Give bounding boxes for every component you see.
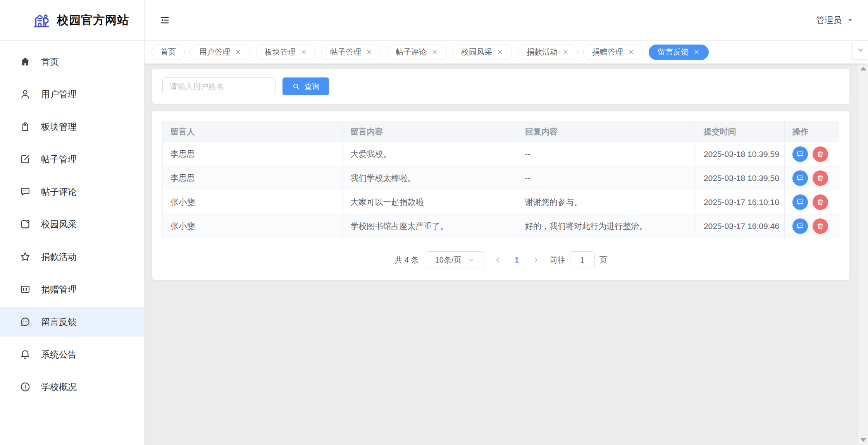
chevron-down-icon	[856, 46, 865, 54]
reply-icon	[796, 222, 804, 230]
pagination: 共 4 条 10条/页 1 前往 页	[162, 251, 839, 268]
sidebar-item-label: 校园风采	[41, 218, 77, 230]
delete-icon	[816, 198, 825, 206]
cell-reply: --	[517, 142, 696, 166]
close-icon[interactable]	[562, 49, 569, 55]
cell-content: 我们学校太棒啦。	[343, 166, 517, 190]
goto-page-input[interactable]	[570, 251, 595, 268]
page-size-select[interactable]: 10条/页	[426, 251, 484, 268]
sidebar-item-users[interactable]: 用户管理	[0, 79, 144, 109]
sidebar-item-gifts[interactable]: 捐赠管理	[0, 275, 144, 304]
close-icon[interactable]	[628, 49, 634, 55]
tab-label: 首页	[160, 47, 176, 57]
sidebar-item-home[interactable]: 首页	[0, 47, 144, 76]
close-icon[interactable]	[366, 49, 372, 55]
cell-time: 2025-03-18 10:39:59	[696, 142, 784, 166]
school-building-icon	[32, 10, 51, 30]
sidebar-item-donations[interactable]: 捐款活动	[0, 242, 144, 271]
scroll-down-icon[interactable]	[860, 438, 866, 442]
home-icon	[19, 56, 31, 67]
reply-icon	[796, 174, 804, 182]
caret-down-icon	[846, 16, 854, 24]
feedback-table: 留言人留言内容回复内容提交时间操作 李思思大爱我校。--2025-03-18 1…	[162, 121, 839, 238]
tag-icon	[19, 121, 31, 132]
tab-首页[interactable]: 首页	[152, 45, 185, 60]
pager-nav: 1	[494, 256, 540, 265]
search-panel: 查询	[152, 69, 849, 104]
picture-share-icon	[19, 218, 31, 230]
delete-button[interactable]	[813, 170, 828, 186]
fold-menu-icon[interactable]	[159, 15, 170, 26]
current-page[interactable]: 1	[512, 256, 522, 265]
close-icon[interactable]	[497, 49, 503, 55]
sidebar-item-notices[interactable]: 系统公告	[0, 340, 144, 369]
feedback-table-panel: 留言人留言内容回复内容提交时间操作 李思思大爱我校。--2025-03-18 1…	[152, 111, 849, 280]
sidebar-item-label: 捐赠管理	[41, 283, 77, 296]
cell-content: 大爱我校。	[343, 142, 517, 166]
info-circle-icon	[19, 381, 31, 393]
chevron-down-icon	[468, 256, 475, 263]
column-header: 留言内容	[343, 121, 517, 142]
sidebar-item-feedback[interactable]: 留言反馈	[0, 307, 144, 337]
close-icon[interactable]	[235, 49, 241, 55]
reply-button[interactable]	[792, 146, 808, 162]
delete-button[interactable]	[813, 194, 828, 210]
sidebar-item-comments[interactable]: 帖子评论	[0, 177, 144, 206]
reply-button[interactable]	[792, 218, 808, 234]
close-icon[interactable]	[300, 49, 307, 55]
delete-button[interactable]	[813, 218, 828, 234]
tab-label: 板块管理	[265, 47, 296, 57]
close-icon[interactable]	[431, 49, 438, 55]
user-dropdown[interactable]: 管理员	[816, 14, 854, 26]
tab-label: 用户管理	[199, 47, 230, 57]
tab-bar: 首页用户管理板块管理帖子管理帖子评论校园风采捐款活动捐赠管理留言反馈	[145, 41, 868, 64]
delete-icon	[816, 222, 825, 230]
reply-icon	[796, 198, 804, 206]
tab-捐赠管理[interactable]: 捐赠管理	[583, 45, 643, 60]
next-page-icon[interactable]	[532, 256, 540, 264]
sidebar: 校园官方网站 首页用户管理板块管理帖子管理帖子评论校园风采捐款活动捐赠管理留言反…	[0, 0, 145, 445]
sidebar-item-label: 帖子管理	[41, 153, 77, 165]
delete-button[interactable]	[813, 146, 828, 162]
tab-帖子管理[interactable]: 帖子管理	[321, 45, 381, 60]
app-logo: 校园官方网站	[0, 0, 144, 41]
sidebar-item-label: 留言反馈	[41, 316, 77, 328]
reply-button[interactable]	[792, 194, 808, 210]
search-icon	[292, 82, 300, 91]
tab-label: 留言反馈	[658, 47, 689, 57]
page-scrollbar[interactable]	[858, 64, 868, 445]
cell-actions	[784, 166, 839, 190]
tab-留言反馈[interactable]: 留言反馈	[649, 45, 709, 60]
tab-帖子评论[interactable]: 帖子评论	[387, 45, 447, 60]
cell-name: 李思思	[163, 166, 343, 190]
sidebar-item-boards[interactable]: 板块管理	[0, 112, 144, 141]
search-input[interactable]	[162, 77, 276, 95]
close-icon[interactable]	[693, 49, 700, 55]
prev-page-icon[interactable]	[494, 256, 502, 264]
sidebar-item-gallery[interactable]: 校园风采	[0, 210, 144, 239]
scroll-up-icon[interactable]	[860, 67, 866, 70]
tab-板块管理[interactable]: 板块管理	[256, 45, 316, 60]
main-content: 查询 留言人留言内容回复内容提交时间操作 李思思大爱我校。--2025-03-1…	[145, 64, 858, 445]
cell-time: 2025-03-18 10:39:50	[696, 166, 784, 190]
tab-捐款活动[interactable]: 捐款活动	[518, 45, 578, 60]
tabs-overflow-button[interactable]	[853, 41, 868, 59]
cell-actions	[784, 190, 839, 214]
cell-time: 2025-03-17 16:09:46	[696, 214, 784, 238]
sidebar-item-overview[interactable]: 学校概况	[0, 372, 144, 402]
tab-label: 帖子评论	[396, 47, 427, 57]
cell-actions	[784, 214, 839, 238]
table-row: 张小斐学校图书馆占座太严重了。好的，我们将对此行为进行整治。2025-03-17…	[163, 214, 839, 238]
tab-用户管理[interactable]: 用户管理	[190, 45, 250, 60]
search-button[interactable]: 查询	[282, 77, 329, 95]
table-header-row: 留言人留言内容回复内容提交时间操作	[163, 121, 839, 142]
bank-card-icon	[19, 283, 31, 295]
sidebar-item-label: 系统公告	[41, 349, 77, 361]
tab-校园风采[interactable]: 校园风采	[452, 45, 512, 60]
reply-button[interactable]	[792, 170, 808, 186]
pagination-total: 共 4 条	[394, 255, 418, 265]
goto-label: 前往	[550, 255, 565, 265]
sidebar-item-posts[interactable]: 帖子管理	[0, 144, 144, 174]
cell-content: 学校图书馆占座太严重了。	[343, 214, 517, 238]
delete-icon	[816, 174, 825, 182]
